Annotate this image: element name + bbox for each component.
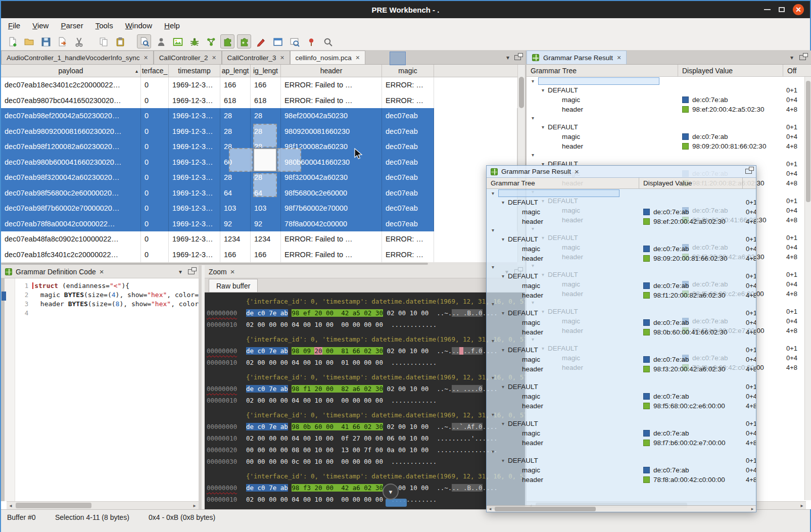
search-icon[interactable] xyxy=(320,34,335,49)
header-field-row[interactable]: header 78:f8:a0:00:42:c0:00:00 4+8 xyxy=(487,475,756,484)
floating-horizontal-scrollbar[interactable]: ◂ ▸ xyxy=(487,505,756,512)
column-header-grammar-tree[interactable]: Grammar Tree xyxy=(527,65,678,76)
grammar-parse-result-tab[interactable]: Grammar Parse Result × xyxy=(527,51,627,64)
default-node-row[interactable]: ▾DEFAULT 0+1 xyxy=(487,198,756,207)
chevron-down-icon[interactable]: ▾ xyxy=(492,190,494,196)
packet-node-row[interactable]: ▾ xyxy=(487,373,756,382)
header-field-row[interactable]: header 98:09:20:00:81:66:02:30 4+8 xyxy=(487,254,756,263)
packet-node-row[interactable]: ▾ xyxy=(527,151,811,159)
default-node-row[interactable]: ▾DEFAULT 0+1 xyxy=(487,345,756,355)
magic-field-row[interactable]: magic de:c0:7e:ab 0+4 xyxy=(487,318,756,327)
column-header-orig-length[interactable]: ig_lengt xyxy=(251,65,281,77)
close-button[interactable]: ✕ xyxy=(793,4,804,15)
header-field-row[interactable]: header 98:ef:20:00:42:a5:02:30 4+8 xyxy=(527,105,811,114)
tab-close-icon[interactable]: × xyxy=(280,54,284,62)
packet-node-row[interactable]: ▾ xyxy=(487,189,756,198)
close-panel-icon[interactable]: × xyxy=(100,267,104,276)
titlebar[interactable]: PRE Workbench - . ✕ xyxy=(1,1,810,18)
hex-line[interactable]: 00000000 de c0 7e ab 98 ef 20 00 42 a5 0… xyxy=(207,307,525,319)
dock-vertical-scrollbar[interactable] xyxy=(804,77,811,500)
grammar-puzzle-icon[interactable] xyxy=(220,34,234,49)
header-field-row[interactable]: header 98:f5:68:00:c2:e6:00:00 4+8 xyxy=(487,401,756,410)
table-row[interactable]: dec07eab98f7b60002e70000020… 0 1969-12-3… xyxy=(1,201,517,216)
hex-line[interactable]: 00000000 de c0 7e ab 98 09 20 00 81 66 0… xyxy=(207,345,525,357)
default-node-row[interactable]: ▾DEFAULT 0+1 xyxy=(527,85,811,95)
close-panel-icon[interactable]: × xyxy=(575,167,579,176)
chevron-down-icon[interactable]: ▾ xyxy=(542,87,544,93)
header-field-row[interactable]: header 98:ef:20:00:42:a5:02:30 4+8 xyxy=(487,217,756,226)
chevron-down-icon[interactable]: ▾ xyxy=(502,236,504,242)
pin-icon[interactable] xyxy=(304,34,318,49)
code-overview-strip[interactable] xyxy=(1,278,5,501)
raw-buffer-tab[interactable]: Raw buffer xyxy=(209,279,258,292)
copy-icon[interactable] xyxy=(96,34,110,49)
tab-close-icon[interactable]: × xyxy=(212,54,216,62)
float-panel-icon[interactable] xyxy=(188,269,195,274)
export-icon[interactable] xyxy=(55,34,69,49)
default-node-row[interactable]: ▾DEFAULT 0+1 xyxy=(487,419,756,428)
grammar-parse-result-floating-window[interactable]: Grammar Parse Result × Grammar Tree Disp… xyxy=(486,165,756,512)
column-header-header[interactable]: header xyxy=(281,65,382,77)
document-tab[interactable]: CallController_2 × xyxy=(154,51,222,64)
packet-node-row[interactable]: ▾ xyxy=(487,263,756,271)
default-node-row[interactable]: ▾DEFAULT 0+1 xyxy=(487,234,756,244)
tab-close-icon[interactable]: × xyxy=(356,54,360,62)
header-field-row[interactable]: header 98:09:20:00:81:66:02:30 4+8 xyxy=(527,141,811,151)
packet-node-row[interactable]: ▾ xyxy=(527,114,811,122)
tab-close-icon[interactable]: × xyxy=(617,54,621,62)
hex-line[interactable]: 00000010 02 00 00 00 04 00 10 00 01 00 0… xyxy=(207,357,525,368)
chevron-down-icon[interactable]: ▾ xyxy=(502,200,504,205)
chevron-down-icon[interactable]: ▾ xyxy=(492,412,494,417)
column-header-offset[interactable]: Off xyxy=(783,65,811,76)
default-node-row[interactable]: ▾DEFAULT 0+1 xyxy=(487,456,756,465)
packet-node-row[interactable]: ▾ xyxy=(487,226,756,234)
menu-item[interactable]: Tools xyxy=(90,19,118,32)
magic-field-row[interactable]: magic de:c0:7e:ab 0+4 xyxy=(527,132,811,141)
dock-target-center[interactable] xyxy=(253,148,277,172)
maximize-button[interactable] xyxy=(779,7,785,12)
column-header-grammar-tree[interactable]: Grammar Tree xyxy=(487,178,639,188)
zoom-panel-header[interactable]: Zoom × ▾ xyxy=(205,265,525,278)
new-file-icon[interactable] xyxy=(5,34,19,49)
chevron-down-icon[interactable]: ▾ xyxy=(502,273,504,279)
document-tab[interactable]: cellinfo_nosim.pca × xyxy=(290,51,365,64)
packet-node-row[interactable]: ▾ xyxy=(487,447,756,456)
detach-panel-icon[interactable] xyxy=(514,55,521,60)
hex-line[interactable]: 00000010 02 00 00 00 04 00 10 00 00 00 0… xyxy=(207,319,525,330)
magic-field-row[interactable]: magic de:c0:7e:ab 0+4 xyxy=(487,244,756,254)
panel-menu-chevron-icon[interactable]: ▾ xyxy=(179,268,182,275)
hex-line[interactable]: 00000010 02 00 00 00 04 00 10 00 00 00 0… xyxy=(207,494,525,505)
table-row[interactable]: dec07eab18fc3401c2c20000022… 0 1969-12-3… xyxy=(1,247,517,263)
document-tab[interactable]: AudioController_1_handleVocoderInfo_sync… xyxy=(1,51,154,64)
header-field-row[interactable]: header 98:f1:20:00:82:a6:02:30 4+8 xyxy=(487,291,756,300)
cut-icon[interactable] xyxy=(72,34,86,49)
header-field-row[interactable]: header 98:f3:20:00:42:a6:02:30 4+8 xyxy=(487,364,756,373)
inspect-icon[interactable] xyxy=(287,34,301,49)
magic-field-row[interactable]: magic de:c0:7e:ab 0+4 xyxy=(487,355,756,364)
packet-node-row[interactable]: ▾ xyxy=(487,300,756,308)
preview-icon[interactable] xyxy=(137,34,151,49)
menu-item[interactable]: File xyxy=(3,19,25,32)
magic-field-row[interactable]: magic de:c0:7e:ab 0+4 xyxy=(487,428,756,438)
chevron-down-icon[interactable]: ▾ xyxy=(502,384,504,390)
dock-target-right[interactable] xyxy=(277,148,301,172)
menu-item[interactable]: Parser xyxy=(56,19,88,32)
magic-field-row[interactable]: magic de:c0:7e:ab 0+4 xyxy=(487,281,756,291)
run-user-icon[interactable] xyxy=(154,34,168,49)
menu-item[interactable]: Help xyxy=(159,19,185,32)
magic-field-row[interactable]: magic de:c0:7e:ab 0+4 xyxy=(487,207,756,217)
chevron-down-icon[interactable]: ▾ xyxy=(532,152,534,158)
dock-target-bottom[interactable] xyxy=(253,173,277,197)
column-header-payload[interactable]: payload▴ xyxy=(1,65,141,77)
panel-menu-chevron-icon[interactable]: ▾ xyxy=(790,54,793,61)
column-header-offset[interactable] xyxy=(743,178,756,188)
scroll-right-icon[interactable]: ▸ xyxy=(798,502,806,509)
debug-bug-icon[interactable] xyxy=(187,34,201,49)
table-row[interactable]: dec07eab48fa8c0902c10000022… 0 1969-12-3… xyxy=(1,231,517,247)
grammar-puzzle-2-icon[interactable] xyxy=(237,34,251,49)
hex-view[interactable]: {'interface_id': 0, 'timestamp': datetim… xyxy=(205,293,525,509)
minimize-button[interactable] xyxy=(764,9,771,10)
menu-item[interactable]: Window xyxy=(120,19,157,32)
packet-node-row[interactable]: ▾ xyxy=(527,77,811,85)
chevron-down-icon[interactable]: ▾ xyxy=(492,227,494,233)
